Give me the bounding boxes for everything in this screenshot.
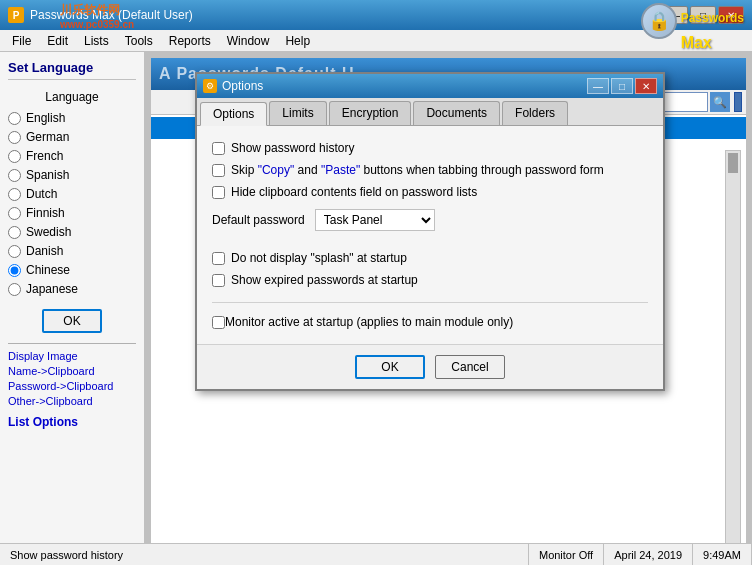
lang-chinese-label: Chinese <box>26 263 70 277</box>
checkbox-show-expired[interactable]: Show expired passwords at startup <box>212 273 648 287</box>
checkbox-skip-copy-paste[interactable]: Skip "Copy" and "Paste" buttons when tab… <box>212 163 648 177</box>
dialog-icon: ⚙ <box>203 79 217 93</box>
lang-swedish[interactable]: Swedish <box>8 224 136 240</box>
app-icon: P <box>8 7 24 23</box>
dialog-title: Options <box>222 79 587 93</box>
checkbox-skip-label: Skip "Copy" and "Paste" buttons when tab… <box>231 163 604 177</box>
radio-danish[interactable] <box>8 245 21 258</box>
radio-chinese[interactable] <box>8 264 21 277</box>
tab-options[interactable]: Options <box>200 102 267 126</box>
status-bar: Show password history Monitor Off April … <box>0 543 752 565</box>
lang-finnish-label: Finnish <box>26 206 65 220</box>
list-options-title[interactable]: List Options <box>8 415 136 429</box>
tab-bar: Options Limits Encryption Documents Fold… <box>197 98 663 126</box>
lang-chinese[interactable]: Chinese <box>8 262 136 278</box>
other-clipboard-link[interactable]: Other->Clipboard <box>8 395 136 407</box>
tab-folders[interactable]: Folders <box>502 101 568 125</box>
radio-finnish[interactable] <box>8 207 21 220</box>
lang-spanish[interactable]: Spanish <box>8 167 136 183</box>
lang-dutch-label: Dutch <box>26 187 57 201</box>
logo-text: Passwords Max <box>681 2 744 54</box>
lang-spanish-label: Spanish <box>26 168 69 182</box>
default-password-select[interactable]: Task Panel None Last Used <box>315 209 435 231</box>
password-clipboard-link[interactable]: Password->Clipboard <box>8 380 136 392</box>
checkbox-show-expired-input[interactable] <box>212 274 225 287</box>
lang-japanese[interactable]: Japanese <box>8 281 136 297</box>
default-password-label: Default password <box>212 213 305 227</box>
status-left: Show password history <box>0 544 529 565</box>
checkbox-skip-input[interactable] <box>212 164 225 177</box>
menu-help[interactable]: Help <box>277 32 318 50</box>
tab-encryption[interactable]: Encryption <box>329 101 412 125</box>
checkbox-hide-input[interactable] <box>212 186 225 199</box>
sidebar-links: Display Image Name->Clipboard Password->… <box>8 343 136 429</box>
display-image-link[interactable]: Display Image <box>8 350 136 362</box>
dialog-maximize-button[interactable]: □ <box>611 78 633 94</box>
lang-english[interactable]: English <box>8 110 136 126</box>
radio-german[interactable] <box>8 131 21 144</box>
monitor-checkbox-input[interactable] <box>212 316 225 329</box>
checkbox-hide-label: Hide clipboard contents field on passwor… <box>231 185 477 199</box>
dialog-buttons: OK Cancel <box>197 344 663 389</box>
sidebar: Set Language Language English German Fre… <box>0 52 145 557</box>
language-group-label: Language <box>8 90 136 104</box>
dialog-minimize-button[interactable]: — <box>587 78 609 94</box>
checkbox-show-history-label: Show password history <box>231 141 354 155</box>
search-button[interactable]: 🔍 <box>710 92 730 112</box>
radio-japanese[interactable] <box>8 283 21 296</box>
scrollbar-thumb[interactable] <box>728 153 738 173</box>
radio-swedish[interactable] <box>8 226 21 239</box>
checkbox-no-splash-input[interactable] <box>212 252 225 265</box>
language-ok-button[interactable]: OK <box>42 309 102 333</box>
checkbox-show-expired-label: Show expired passwords at startup <box>231 273 418 287</box>
lang-french-label: French <box>26 149 63 163</box>
monitor-checkbox-label: Monitor active at startup (applies to ma… <box>225 315 513 329</box>
checkbox-hide-clipboard[interactable]: Hide clipboard contents field on passwor… <box>212 185 648 199</box>
status-middle: Monitor Off <box>529 544 604 565</box>
logo-area: 🔒 Passwords Max <box>641 2 744 54</box>
lang-german-label: German <box>26 130 69 144</box>
radio-english[interactable] <box>8 112 21 125</box>
radio-spanish[interactable] <box>8 169 21 182</box>
checkbox-show-history[interactable]: Show password history <box>212 141 648 155</box>
menu-bar: File Edit Lists Tools Reports Window Hel… <box>0 30 752 52</box>
options-dialog: ⚙ Options — □ ✕ Options Limits Encryptio… <box>195 72 665 391</box>
dialog-ok-button[interactable]: OK <box>355 355 425 379</box>
radio-french[interactable] <box>8 150 21 163</box>
status-date: April 24, 2019 <box>604 544 693 565</box>
content-area: A Passwords Default U... 🔍 ⚙ Opti <box>145 52 752 557</box>
menu-edit[interactable]: Edit <box>39 32 76 50</box>
toolbar-extra <box>734 92 742 112</box>
main-container: Set Language Language English German Fre… <box>0 52 752 557</box>
sidebar-title: Set Language <box>8 60 136 80</box>
checkbox-no-splash-label: Do not display "splash" at startup <box>231 251 407 265</box>
scrollbar[interactable] <box>725 150 741 546</box>
tab-documents[interactable]: Documents <box>413 101 500 125</box>
watermark: 川乐软件网 www.pc0359.cn <box>60 2 134 30</box>
checkbox-show-history-input[interactable] <box>212 142 225 155</box>
default-password-row: Default password Task Panel None Last Us… <box>212 209 648 231</box>
title-bar: P Passwords Max (Default User) 川乐软件网 www… <box>0 0 752 30</box>
ok-btn-container: OK <box>8 309 136 333</box>
lang-german[interactable]: German <box>8 129 136 145</box>
menu-tools[interactable]: Tools <box>117 32 161 50</box>
radio-dutch[interactable] <box>8 188 21 201</box>
lang-dutch[interactable]: Dutch <box>8 186 136 202</box>
menu-file[interactable]: File <box>4 32 39 50</box>
dialog-titlebar: ⚙ Options — □ ✕ <box>197 74 663 98</box>
status-time: 9:49AM <box>693 544 752 565</box>
dialog-cancel-button[interactable]: Cancel <box>435 355 505 379</box>
menu-reports[interactable]: Reports <box>161 32 219 50</box>
lang-english-label: English <box>26 111 65 125</box>
name-clipboard-link[interactable]: Name->Clipboard <box>8 365 136 377</box>
lang-french[interactable]: French <box>8 148 136 164</box>
menu-window[interactable]: Window <box>219 32 278 50</box>
menu-lists[interactable]: Lists <box>76 32 117 50</box>
lang-danish[interactable]: Danish <box>8 243 136 259</box>
dialog-close-button[interactable]: ✕ <box>635 78 657 94</box>
checkbox-no-splash[interactable]: Do not display "splash" at startup <box>212 251 648 265</box>
lang-finnish[interactable]: Finnish <box>8 205 136 221</box>
lang-swedish-label: Swedish <box>26 225 71 239</box>
dialog-controls: — □ ✕ <box>587 78 657 94</box>
tab-limits[interactable]: Limits <box>269 101 326 125</box>
